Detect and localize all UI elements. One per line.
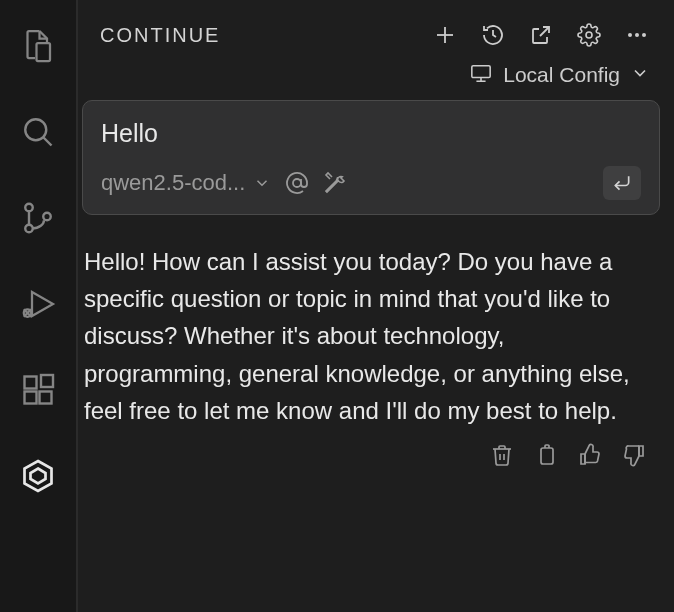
chat-input-card: Hello qwen2.5-cod... [82,100,660,215]
svg-point-1 [25,119,46,140]
thumbs-down-icon[interactable] [622,443,646,467]
chevron-down-icon [630,63,650,87]
activity-bar [0,0,78,612]
search-icon[interactable] [18,112,58,152]
open-external-icon[interactable] [528,22,554,48]
svg-point-21 [635,33,639,37]
svg-line-18 [540,27,549,36]
chat-input-controls: qwen2.5-cod... [101,166,641,200]
svg-rect-11 [25,392,37,404]
tools-icon[interactable] [323,171,347,195]
svg-point-22 [642,33,646,37]
svg-marker-15 [31,469,46,484]
at-mention-icon[interactable] [285,171,309,195]
config-label: Local Config [503,63,620,87]
run-debug-icon[interactable] [18,284,58,324]
svg-rect-23 [472,66,490,78]
settings-gear-icon[interactable] [576,22,602,48]
continue-icon[interactable] [18,456,58,496]
svg-rect-12 [40,392,52,404]
thumbs-up-icon[interactable] [578,443,602,467]
panel-header-actions [432,22,650,48]
extensions-icon[interactable] [18,370,58,410]
continue-panel: CONTINUE [78,0,674,612]
send-button[interactable] [603,166,641,200]
svg-line-2 [43,137,51,145]
svg-rect-10 [25,377,37,389]
svg-point-26 [293,179,301,187]
monitor-icon [469,62,493,88]
svg-point-3 [25,204,33,212]
svg-point-5 [43,213,51,221]
svg-rect-0 [37,43,51,61]
svg-point-4 [25,225,33,233]
delete-icon[interactable] [490,443,514,467]
response-actions [78,429,660,467]
history-icon[interactable] [480,22,506,48]
chat-input-text[interactable]: Hello [101,119,641,148]
source-control-icon[interactable] [18,198,58,238]
panel-title: CONTINUE [100,24,220,47]
config-selector[interactable]: Local Config [78,56,660,100]
assistant-response: Hello! How can I assist you today? Do yo… [78,215,660,429]
svg-marker-14 [25,461,52,491]
explorer-icon[interactable] [18,26,58,66]
new-chat-icon[interactable] [432,22,458,48]
svg-marker-6 [32,292,53,316]
model-name: qwen2.5-cod... [101,170,245,196]
svg-point-19 [586,32,592,38]
svg-point-20 [628,33,632,37]
copy-icon[interactable] [534,443,558,467]
more-icon[interactable] [624,22,650,48]
svg-rect-28 [541,448,553,464]
panel-header: CONTINUE [78,10,660,56]
model-picker[interactable]: qwen2.5-cod... [101,170,271,196]
svg-rect-13 [41,375,53,387]
